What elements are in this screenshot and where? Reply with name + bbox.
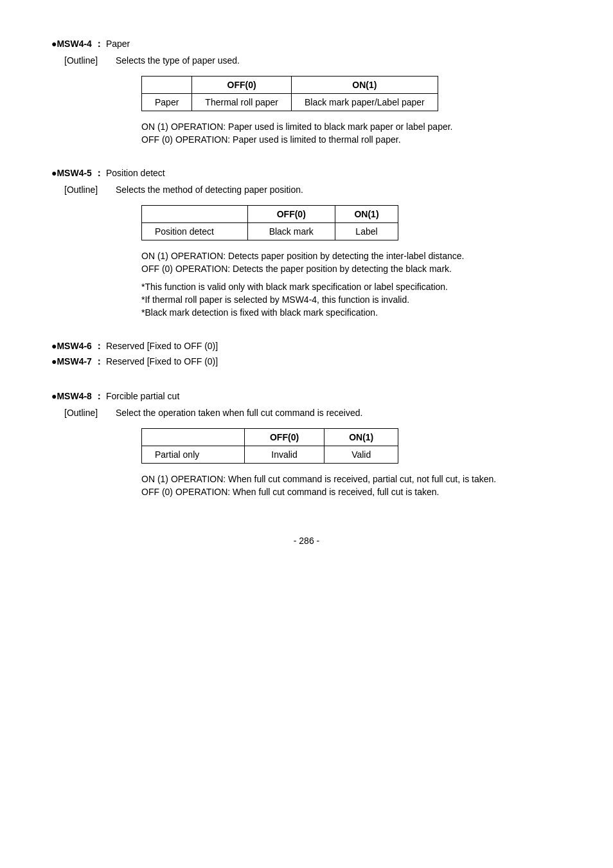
msw4-8-table-container: OFF(0) ON(1) Partial only Invalid Valid <box>141 428 562 464</box>
msw4-4-table: OFF(0) ON(1) Paper Thermal roll paper Bl… <box>141 76 438 111</box>
msw4-8-desc-0: ON (1) OPERATION: When full cut command … <box>141 474 562 484</box>
msw4-4-title: Paper <box>106 39 130 49</box>
msw4-8-desc-1: OFF (0) OPERATION: When full cut command… <box>141 487 562 497</box>
msw4-4-col-empty <box>142 77 192 94</box>
msw4-8-table: OFF(0) ON(1) Partial only Invalid Valid <box>141 428 398 464</box>
msw4-8-descriptions: ON (1) OPERATION: When full cut command … <box>141 474 562 497</box>
msw4-6-label: ●MSW4-6 <box>51 341 92 351</box>
section-reserved: ●MSW4-6 ： Reserved [Fixed to OFF (0)] ●M… <box>51 341 562 368</box>
msw4-6-row: ●MSW4-6 ： Reserved [Fixed to OFF (0)] <box>51 341 562 352</box>
msw4-8-col-empty <box>142 429 245 446</box>
msw4-6-colon: ： <box>94 341 103 352</box>
msw4-8-title: Forcible partial cut <box>106 391 179 401</box>
section-msw4-5: ●MSW4-5 ： Position detect [Outline] Sele… <box>51 168 562 318</box>
msw4-5-table: OFF(0) ON(1) Position detect Black mark … <box>141 205 398 240</box>
msw4-8-outline-text: Select the operation taken when full cut… <box>116 408 362 418</box>
msw4-8-label: ●MSW4-8 <box>51 391 92 401</box>
msw4-4-col-on: ON(1) <box>291 77 438 94</box>
msw4-8-col-on: ON(1) <box>324 429 398 446</box>
msw4-5-colon: ： <box>94 168 103 179</box>
msw4-8-col-off: OFF(0) <box>244 429 324 446</box>
page-number: - 286 - <box>51 536 562 546</box>
msw4-5-note-2: *Black mark detection is fixed with blac… <box>141 307 562 318</box>
table-row: Paper Thermal roll paper Black mark pape… <box>142 94 438 111</box>
msw4-5-outline-row: [Outline] Selects the method of detectin… <box>64 185 562 195</box>
section-header-msw4-8: ●MSW4-8 ： Forcible partial cut <box>51 391 562 402</box>
msw4-4-descriptions: ON (1) OPERATION: Paper used is limited … <box>141 122 562 145</box>
msw4-5-note-1: *If thermal roll paper is selected by MS… <box>141 294 562 305</box>
msw4-5-desc-1: OFF (0) OPERATION: Detects the paper pos… <box>141 264 562 274</box>
msw4-5-row0-col0: Position detect <box>142 223 248 240</box>
msw4-7-row: ●MSW4-7 ： Reserved [Fixed to OFF (0)] <box>51 356 562 368</box>
msw4-4-row0-col1: Thermal roll paper <box>192 94 292 111</box>
msw4-4-colon: ： <box>94 39 103 50</box>
msw4-5-row0-col1: Black mark <box>247 223 335 240</box>
msw4-5-col-off: OFF(0) <box>247 206 335 223</box>
msw4-4-label: ●MSW4-4 <box>51 39 92 49</box>
msw4-8-row0-col1: Invalid <box>244 446 324 464</box>
msw4-5-col-empty <box>142 206 248 223</box>
msw4-5-note-0: *This function is valid only with black … <box>141 282 562 292</box>
msw4-4-row0-col2: Black mark paper/Label paper <box>291 94 438 111</box>
msw4-4-table-container: OFF(0) ON(1) Paper Thermal roll paper Bl… <box>141 76 562 111</box>
section-header-msw4-4: ●MSW4-4 ： Paper <box>51 39 562 50</box>
msw4-7-colon: ： <box>94 356 103 368</box>
msw4-5-col-on: ON(1) <box>335 206 398 223</box>
msw4-5-table-container: OFF(0) ON(1) Position detect Black mark … <box>141 205 562 240</box>
msw4-5-desc-0: ON (1) OPERATION: Detects paper position… <box>141 251 562 261</box>
msw4-5-notes: *This function is valid only with black … <box>141 282 562 318</box>
msw4-4-outline-label: [Outline] <box>64 55 116 66</box>
msw4-8-colon: ： <box>94 391 103 402</box>
msw4-6-title: Reserved [Fixed to OFF (0)] <box>106 341 218 351</box>
msw4-4-outline-row: [Outline] Selects the type of paper used… <box>64 55 562 66</box>
section-header-msw4-5: ●MSW4-5 ： Position detect <box>51 168 562 179</box>
msw4-7-title: Reserved [Fixed to OFF (0)] <box>106 356 218 366</box>
msw4-4-outline-text: Selects the type of paper used. <box>116 55 240 66</box>
msw4-4-desc-0: ON (1) OPERATION: Paper used is limited … <box>141 122 562 132</box>
table-row: Position detect Black mark Label <box>142 223 398 240</box>
section-msw4-4: ●MSW4-4 ： Paper [Outline] Selects the ty… <box>51 39 562 145</box>
msw4-8-row0-col0: Partial only <box>142 446 245 464</box>
msw4-5-outline-text: Selects the method of detecting paper po… <box>116 185 303 195</box>
msw4-4-row0-col0: Paper <box>142 94 192 111</box>
msw4-7-label: ●MSW4-7 <box>51 356 92 366</box>
msw4-8-outline-row: [Outline] Select the operation taken whe… <box>64 408 562 418</box>
section-msw4-8: ●MSW4-8 ： Forcible partial cut [Outline]… <box>51 391 562 497</box>
msw4-5-label: ●MSW4-5 <box>51 168 92 178</box>
msw4-8-row0-col2: Valid <box>324 446 398 464</box>
msw4-4-col-off: OFF(0) <box>192 77 292 94</box>
msw4-5-row0-col2: Label <box>335 223 398 240</box>
msw4-5-descriptions: ON (1) OPERATION: Detects paper position… <box>141 251 562 274</box>
msw4-5-outline-label: [Outline] <box>64 185 116 195</box>
msw4-4-desc-1: OFF (0) OPERATION: Paper used is limited… <box>141 134 562 145</box>
msw4-8-outline-label: [Outline] <box>64 408 116 418</box>
msw4-5-title: Position detect <box>106 168 165 178</box>
table-row: Partial only Invalid Valid <box>142 446 398 464</box>
